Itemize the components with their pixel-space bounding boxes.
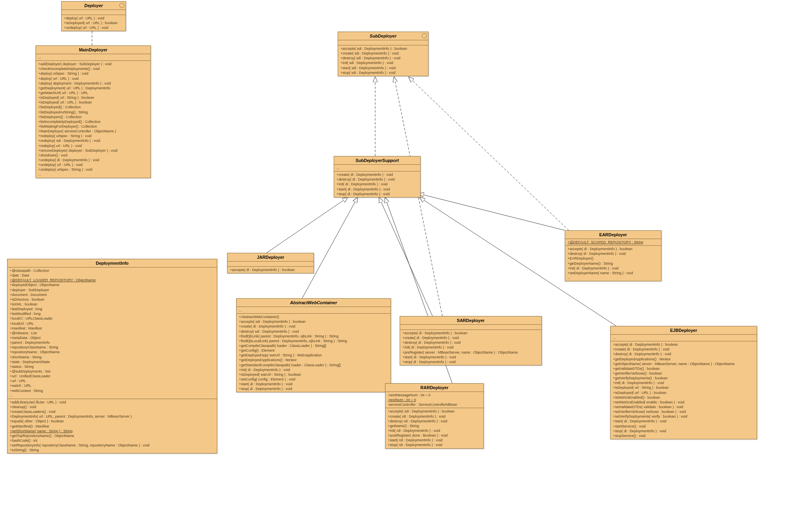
uml-member: +isDeployed( url : URL ) : boolean xyxy=(64,21,123,25)
uml-member: +create( di : DeploymentInfo ) : void xyxy=(336,172,418,177)
uml-member: +init( di : DeploymentInfo ) : void xyxy=(402,345,539,350)
uml-member: +stop( di : DeploymentInfo ) : void xyxy=(402,360,539,364)
uml-member: +getDeployedApplications() : Iterator xyxy=(613,357,754,362)
uml-member: ... xyxy=(239,308,388,313)
uml-member: +isMetricsEnabled() : boolean xyxy=(613,395,754,400)
uml-member: +stopService() : void xyxy=(613,433,754,438)
uml-member: +listWaitingForDeployer() : Collection xyxy=(38,124,148,129)
uml-member: +init( di : DeploymentInfo ) : void xyxy=(239,367,388,372)
uml-member: +findEjbLocalLink( parent : DeploymentIn… xyxy=(239,339,388,343)
uml-member: +cleanup() : void xyxy=(10,405,214,409)
uml-member: +destroy( di : DeploymentInfo ) : void xyxy=(613,352,754,356)
uml-member: +isDeployed( warUrl : String ) : boolean xyxy=(239,372,388,377)
uml-member: +stop( di : DeploymentInfo ) : void xyxy=(336,192,418,196)
uml-member: +@mbeans : List xyxy=(10,331,214,335)
uml-member: +shortName : String xyxy=(10,355,214,360)
class-sar-deployer: SARDeployer +accepts( di : DeploymentInf… xyxy=(400,316,542,365)
uml-member: +getShortName( name : String ) : String xyxy=(10,429,214,433)
uml-member: +hashCode() : int xyxy=(10,438,214,443)
class-abstract-web-container: AbstractWebContainer ... +AbstractWebCon… xyxy=(236,298,391,392)
uml-member: +accepts( di : DeploymentInfo ) : boolea… xyxy=(568,247,659,251)
uml-member: +create( rdi : DeploymentInfo ) : void xyxy=(388,414,481,419)
uml-member: +createClassLoaders() : void xyxy=(10,409,214,414)
uml-member: +document : Document xyxy=(10,292,214,297)
uml-member: +getConfig() : Element xyxy=(239,348,388,353)
uml-member: +webContext : String xyxy=(10,388,214,393)
uml-member: +startService() : void xyxy=(613,424,754,429)
uml-member: +watch : URL xyxy=(10,383,214,388)
uml-member: +setConfig( config : Element ) : void xyxy=(239,377,388,382)
class-main-deployer: MainDeployer ... +addDeployer( deployer … xyxy=(36,45,151,178)
class-deployer: Deployer +deploy( url : URL ) : void+isD… xyxy=(61,1,126,31)
uml-member: +start( di : DeploymentInfo ) : void xyxy=(613,419,754,424)
uml-member: +isDeployed( url : URL ) : boolean xyxy=(613,390,754,395)
uml-member: +isXML : boolean xyxy=(10,302,214,307)
uml-member: +isDirectory : boolean xyxy=(10,297,214,302)
uml-member: +deploy( urlspec : String ) : void xyxy=(38,71,148,76)
uml-member: +status : String xyxy=(10,364,214,369)
class-ear-deployer: EARDeployer +@DEFAULT_SCOPED_REPOSITORY … xyxy=(565,230,662,281)
uml-member: +deployer : SubDeployer xyxy=(10,288,214,292)
uml-member: +addDeployer( deployer : SubDeployer ) :… xyxy=(38,62,148,66)
uml-member: +getManifest() : Manifest xyxy=(10,424,214,429)
uml-member: +start( rdi : DeploymentInfo ) : void xyxy=(388,438,481,442)
uml-member: +stop( sdi : DeploymentInfo ) : void xyxy=(340,70,426,75)
uml-member: +EARDeployer() xyxy=(568,256,659,261)
uml-member: +init( sdi : DeploymentInfo ) : void xyxy=(340,60,426,65)
uml-member: +init( rdi : DeploymentInfo ) : void xyxy=(388,428,481,433)
uml-member: +deploy( url : URL ) : void xyxy=(38,76,148,81)
uml-member: +manifest : Manifest xyxy=(10,326,214,331)
uml-member: +listDeployedAsString() : String xyxy=(38,110,148,115)
uml-member: +addLibraryJar( libJar : URL ) : void xyxy=(10,400,214,405)
uml-member: +shutdown() : void xyxy=(38,153,148,158)
uml-member: +create( sdi : DeploymentInfo ) : void xyxy=(340,51,426,56)
uml-member: +repositoryClassName : String xyxy=(10,345,214,350)
uml-member: +setVerifyDeployments( verify : boolean … xyxy=(613,414,754,419)
uml-member: +accepts( sdi : DeploymentInfo ) : boole… xyxy=(239,319,388,324)
uml-member: +setRepositoryInfo( repositoryClassName … xyxy=(10,443,214,448)
class-title: SARDeployer xyxy=(400,316,541,325)
uml-member: +getTopRepositoryName() : ObjectName xyxy=(10,433,214,438)
uml-member: +create( di : DeploymentInfo ) : void xyxy=(402,335,539,340)
uml-member: +getDeployedApp( warUrl : String ) : Web… xyxy=(239,353,388,358)
class-title: Deployer xyxy=(62,2,126,10)
class-title: EJBDeployer xyxy=(611,326,757,335)
uml-member: +accepts( di : DeploymentInfo ) : boolea… xyxy=(230,267,311,272)
interface-icon xyxy=(422,33,427,38)
uml-member: +@classpath : Collection xyxy=(10,268,214,273)
class-title: MainDeployer xyxy=(36,46,150,54)
uml-member: ... xyxy=(10,393,214,398)
uml-member: +getName() : String xyxy=(388,424,481,428)
uml-member: +getDeployedApplications() : Iterator xyxy=(239,358,388,362)
uml-member: +stop( di : DeploymentInfo ) : void xyxy=(613,429,754,433)
uml-member: ... xyxy=(613,335,754,340)
uml-member: +undeploy( urlspec : String ) : void xyxy=(38,167,148,172)
uml-member: ... xyxy=(336,166,418,170)
class-title: DeploymentInfo xyxy=(8,259,217,267)
uml-member: +parent : DeploymentInfo xyxy=(10,340,214,345)
uml-member: +setMetricsEnabled( enable : boolean ) :… xyxy=(613,400,754,405)
uml-member: +destroy( di : DeploymentInfo ) : void xyxy=(336,177,418,182)
uml-member: +getWatchUrl( url : URL ) : URL xyxy=(38,90,148,95)
uml-member: +destroy( rdi : DeploymentInfo ) : void xyxy=(388,419,481,424)
uml-member: -serviceController : ServiceControllerMB… xyxy=(388,402,481,407)
uml-member: +deploy( url : URL ) : void xyxy=(64,16,123,21)
uml-member: ... xyxy=(568,275,659,280)
uml-member: +undeploy( di : DeploymentInfo ) : void xyxy=(38,158,148,162)
uml-member: +accepts( di : DeploymentInfo ) : boolea… xyxy=(613,342,754,347)
svg-line-2 xyxy=(267,198,348,253)
uml-member: +localUrl : URL xyxy=(10,321,214,326)
uml-member: +destroy( sdi : DeploymentInfo ) : void xyxy=(340,56,426,60)
uml-member: +redeploy( urlspec : String ) : void xyxy=(38,134,148,138)
uml-member: +@DEFAULT_LOADER_REPOSITORY : ObjectName xyxy=(10,278,214,282)
uml-member: +start( di : DeploymentInfo ) : void xyxy=(402,355,539,360)
uml-member: +setDeployerName( name : String ) : void xyxy=(568,271,659,275)
uml-member: +DeploymentInfo( url : URL, parent : Dep… xyxy=(10,414,214,419)
class-rar-deployer: RARDeployer -nextMessageNum : int = 0-ne… xyxy=(385,383,484,449)
uml-member: +state : DeploymentState xyxy=(10,360,214,364)
uml-member: +init( di : DeploymentInfo ) : void xyxy=(336,182,418,186)
uml-member: +destroy( di : DeploymentInfo ) : void xyxy=(402,340,539,345)
uml-member: +date : Date xyxy=(10,273,214,278)
uml-member: +metaData : Object xyxy=(10,335,214,340)
class-title: JARDeployer xyxy=(227,253,314,262)
